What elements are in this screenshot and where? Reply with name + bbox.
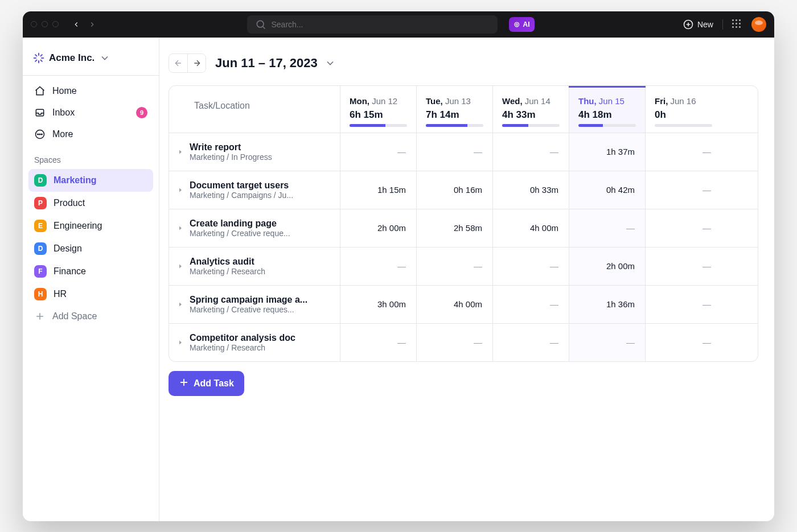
time-cell[interactable]: 0h 42m [569,171,645,209]
forward-button[interactable] [85,17,100,32]
task-cell[interactable]: Document target users Marketing / Campai… [169,171,340,209]
new-button[interactable]: New [683,19,713,30]
back-button[interactable] [69,17,84,32]
time-cell[interactable]: 4h 00m [492,209,569,247]
time-cell[interactable]: — [492,133,569,171]
svg-point-16 [42,134,43,135]
date-range[interactable]: Jun 11 – 17, 2023 [215,56,336,71]
history-nav [69,17,100,32]
nav-home[interactable]: Home [28,80,153,102]
space-label: Marketing [54,175,97,185]
caret-right-icon[interactable] [175,187,186,193]
time-cell[interactable]: — [416,133,492,171]
search-input[interactable]: Search... [247,15,498,34]
time-cell[interactable]: 1h 15m [340,171,416,209]
task-cell[interactable]: Create landing page Marketing / Creative… [169,209,340,247]
day-label: Mon, Jun 12 [350,96,407,106]
time-cell[interactable]: — [492,248,569,285]
time-cell[interactable]: — [645,324,721,361]
task-cell[interactable]: Analytics audit Marketing / Research [169,248,340,285]
svg-point-15 [39,134,40,135]
nav-inbox[interactable]: Inbox9 [28,102,153,123]
space-design[interactable]: DDesign [28,237,153,260]
time-cell[interactable]: 2h 58m [416,209,492,247]
space-label: Finance [54,266,86,277]
nav-label: More [52,129,73,139]
avatar[interactable] [751,17,766,32]
table-row: Create landing page Marketing / Creative… [169,209,758,247]
caret-right-icon[interactable] [175,149,186,155]
space-hr[interactable]: HHR [28,283,153,306]
nav-more[interactable]: More [28,123,153,145]
time-cell[interactable]: 1h 36m [569,286,645,323]
svg-line-11 [35,60,36,61]
task-path: Marketing / In Progress [190,152,272,162]
space-finance[interactable]: FFinance [28,260,153,283]
time-cell[interactable]: 0h 16m [416,171,492,209]
day-label: Tue, Jun 13 [426,96,483,106]
caret-right-icon[interactable] [175,301,186,308]
day-total: 0h [655,109,712,121]
prev-week-button[interactable] [169,54,187,72]
time-cell[interactable]: — [340,133,416,171]
space-engineering[interactable]: EEngineering [28,215,153,237]
day-progress [350,124,407,127]
day-header[interactable]: Tue, Jun 13 7h 14m [416,86,492,133]
ai-button[interactable]: ◎ AI [509,17,535,32]
time-cell[interactable]: — [416,324,492,361]
caret-right-icon[interactable] [175,339,186,346]
time-cell[interactable]: 2h 00m [340,209,416,247]
time-cell[interactable]: — [492,286,569,323]
task-name: Spring campaign image a... [190,295,307,305]
time-cell[interactable]: — [492,324,569,361]
window-controls[interactable] [31,21,59,27]
day-header[interactable]: Thu, Jun 15 4h 18m [569,86,645,133]
svg-point-14 [38,134,39,135]
day-total: 6h 15m [350,109,407,121]
nav-label: Inbox [52,108,75,118]
time-cell[interactable]: — [340,248,416,285]
caret-right-icon[interactable] [175,225,186,232]
table-row: Competitor analysis doc Marketing / Rese… [169,323,758,361]
add-space-button[interactable]: Add Space [28,306,153,327]
table-row: Document target users Marketing / Campai… [169,171,758,209]
time-cell[interactable]: — [340,324,416,361]
day-label: Wed, Jun 14 [502,96,560,106]
add-task-button[interactable]: Add Task [169,371,244,396]
sidebar: Acme Inc. HomeInbox9More Spaces DMarketi… [23,38,159,521]
time-cell[interactable]: 1h 37m [569,133,645,171]
space-badge: H [34,288,47,300]
time-cell[interactable]: — [569,324,645,361]
task-cell[interactable]: Competitor analysis doc Marketing / Rese… [169,324,340,361]
task-path: Marketing / Campaigns / Ju... [190,191,293,200]
time-cell[interactable]: — [645,286,721,323]
time-cell[interactable]: — [645,209,721,247]
time-cell[interactable]: 0h 33m [492,171,569,209]
task-name: Competitor analysis doc [190,333,295,343]
space-badge: P [34,197,47,209]
day-progress [426,124,483,127]
day-header[interactable]: Mon, Jun 12 6h 15m [340,86,416,133]
time-cell[interactable]: 2h 00m [569,248,645,285]
time-cell[interactable]: — [645,248,721,285]
time-cell[interactable]: — [416,248,492,285]
caret-right-icon[interactable] [175,263,186,270]
time-cell[interactable]: 4h 00m [416,286,492,323]
svg-marker-25 [179,302,182,306]
space-product[interactable]: PProduct [28,192,153,215]
time-cell[interactable]: 3h 00m [340,286,416,323]
apps-icon[interactable] [732,19,742,30]
task-cell[interactable]: Spring campaign image a... Marketing / C… [169,286,340,323]
time-cell[interactable]: — [645,171,721,209]
space-marketing[interactable]: DMarketing [28,169,153,192]
task-cell[interactable]: Write report Marketing / In Progress [169,133,340,171]
plus-icon [179,377,189,390]
day-header[interactable]: Fri, Jun 16 0h [645,86,721,133]
time-cell[interactable]: — [569,209,645,247]
space-label: Engineering [54,221,102,231]
time-cell[interactable]: — [645,133,721,171]
task-name: Create landing page [190,218,290,229]
day-header[interactable]: Wed, Jun 14 4h 33m [492,86,569,133]
next-week-button[interactable] [187,54,206,72]
workspace-switcher[interactable]: Acme Inc. [28,48,153,73]
